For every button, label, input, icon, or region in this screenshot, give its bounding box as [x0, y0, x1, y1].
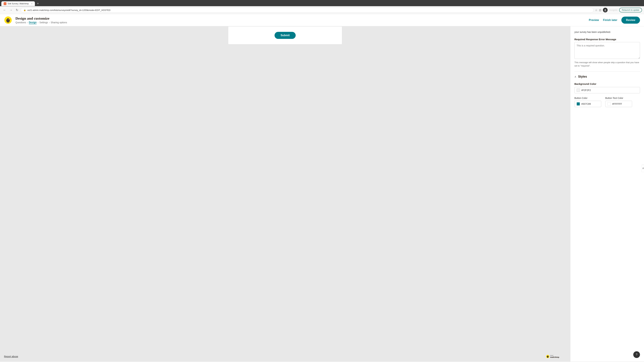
button-colors-row: Button Color #007C89 Button Text Color #… — [574, 97, 640, 107]
main-layout: Submit Report abuse intuit mailchimp you… — [0, 26, 644, 362]
address-bar[interactable]: 🔒 us21.admin.mailchimp.com/lists/surveys… — [21, 8, 594, 12]
background-color-hex: #F2F2F2 — [581, 89, 591, 91]
background-color-input[interactable]: #F2F2F2 — [574, 87, 640, 93]
styles-chevron-icon: ∧ — [574, 75, 576, 78]
lock-icon: 🔒 — [24, 9, 26, 11]
browser-right-controls: ☆ ⊡ Incognito Relaunch to update — [595, 8, 642, 12]
breadcrumb: Questions › Design › Settings › Sharing … — [16, 21, 586, 24]
svg-text:mailchimp: mailchimp — [550, 356, 559, 358]
svg-point-13 — [548, 356, 548, 357]
browser-controls-bar: ← → ↻ 🔒 us21.admin.mailchimp.com/lists/s… — [0, 6, 644, 14]
background-color-swatch — [576, 88, 580, 92]
svg-point-6 — [7, 19, 8, 20]
button-color-label: Button Color — [574, 97, 601, 99]
page-title: Design and customize — [16, 16, 586, 21]
breadcrumb-sep-1: › — [27, 21, 28, 24]
header-actions: Preview Finish later Review — [589, 16, 640, 24]
svg-point-12 — [547, 356, 548, 357]
background-color-label: Background Color — [574, 82, 640, 85]
button-text-color-input[interactable]: #FFFFFF — [605, 101, 632, 107]
submit-button[interactable]: Submit — [274, 32, 296, 39]
button-text-color-swatch — [608, 102, 611, 106]
tab-favicon: M — [4, 2, 6, 5]
browser-chrome: M Edit Survey | Mailchimp × + ← → ↻ 🔒 us… — [0, 0, 644, 14]
required-response-textarea[interactable] — [574, 42, 640, 59]
header-title-area: Design and customize Questions › Design … — [16, 16, 586, 24]
breadcrumb-settings[interactable]: Settings — [40, 21, 48, 24]
back-button[interactable]: ← — [2, 8, 7, 12]
styles-section: ∧ Styles Background Color #F2F2F2 Button… — [574, 71, 640, 107]
button-color-swatch — [576, 102, 580, 106]
required-response-section: Required Response Error Message This mes… — [574, 38, 640, 67]
url-display: us21.admin.mailchimp.com/lists/surveys/e… — [27, 9, 110, 11]
button-color-group: Button Color #007C89 — [574, 97, 601, 107]
svg-text:M: M — [4, 3, 6, 5]
button-text-color-label: Button Text Color — [605, 97, 632, 99]
app-header: Design and customize Questions › Design … — [0, 14, 644, 26]
svg-point-11 — [547, 356, 548, 358]
preview-area: Submit Report abuse intuit mailchimp — [0, 26, 570, 362]
help-button[interactable]: ? — [633, 351, 640, 358]
forward-button[interactable]: → — [8, 8, 14, 12]
right-panel: your survey has been unpublished. Requir… — [570, 26, 644, 362]
svg-point-2 — [604, 9, 606, 10]
bookmark-button[interactable]: ☆ — [595, 8, 598, 12]
tab-close-btn[interactable]: × — [31, 2, 32, 5]
unpublished-notice: your survey has been unpublished. — [574, 30, 640, 34]
preview-button[interactable]: Preview — [589, 18, 599, 22]
breadcrumb-questions[interactable]: Questions — [16, 21, 26, 24]
new-tab-button[interactable]: + — [36, 1, 40, 6]
breadcrumb-sharing[interactable]: Sharing options — [51, 21, 67, 24]
breadcrumb-design[interactable]: Design — [29, 21, 37, 24]
svg-point-9 — [10, 19, 10, 20]
preview-footer: Report abuse intuit mailchimp — [0, 352, 570, 362]
incognito-badge — [603, 8, 608, 12]
button-color-hex: #007C89 — [581, 103, 591, 105]
button-text-color-hex: #FFFFFF — [612, 103, 622, 105]
active-tab[interactable]: M Edit Survey | Mailchimp × — [1, 1, 35, 6]
breadcrumb-sep-3: › — [49, 21, 50, 24]
extensions-button[interactable]: ⊡ — [599, 8, 601, 12]
mailchimp-logo — [4, 16, 12, 24]
styles-section-header[interactable]: ∧ Styles — [574, 75, 640, 78]
panel-inner: your survey has been unpublished. Requir… — [570, 26, 644, 111]
svg-rect-3 — [604, 10, 606, 11]
styles-title: Styles — [578, 75, 587, 78]
finish-later-button[interactable]: Finish later — [603, 18, 617, 22]
review-button[interactable]: Review — [621, 16, 640, 24]
relaunch-button[interactable]: Relaunch to update — [619, 8, 642, 12]
feedback-tab[interactable]: Feedback — [642, 165, 644, 172]
required-response-label: Required Response Error Message — [574, 38, 640, 41]
incognito-label: Incognito — [609, 9, 618, 11]
background-color-group: Background Color #F2F2F2 — [574, 82, 640, 93]
mailchimp-brand: intuit mailchimp — [546, 354, 566, 359]
button-text-color-group: Button Text Color #FFFFFF — [605, 97, 632, 107]
breadcrumb-sep-2: › — [38, 21, 38, 24]
refresh-button[interactable]: ↻ — [15, 7, 19, 12]
button-color-input[interactable]: #007C89 — [574, 101, 601, 107]
report-abuse-link[interactable]: Report abuse — [4, 355, 18, 358]
tab-title: Edit Survey | Mailchimp — [8, 2, 30, 5]
required-response-hint: This message will show when people skip … — [574, 61, 640, 67]
survey-preview-card: Submit — [228, 26, 342, 44]
browser-tabs: M Edit Survey | Mailchimp × + — [0, 0, 644, 6]
